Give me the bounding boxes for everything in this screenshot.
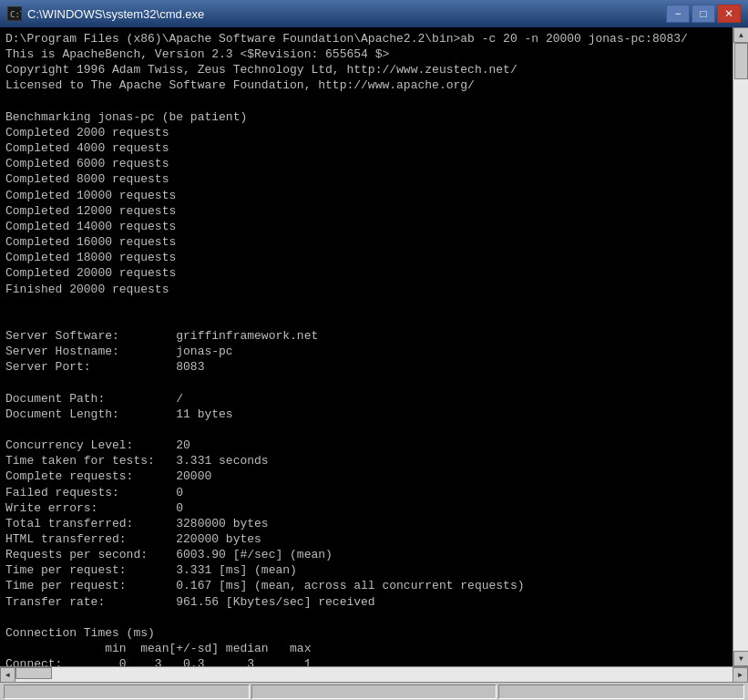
- vertical-scrollbar[interactable]: ▲ ▼: [733, 27, 748, 666]
- h-scroll-thumb[interactable]: [15, 667, 52, 679]
- cmd-icon: C:\: [7, 6, 22, 21]
- status-bar: [0, 682, 748, 700]
- main-area: D:\Program Files (x86)\Apache Software F…: [0, 27, 748, 666]
- scroll-thumb[interactable]: [734, 43, 748, 79]
- minimize-button[interactable]: −: [666, 5, 690, 23]
- status-bar-inner: [4, 685, 744, 699]
- status-segment-1: [4, 685, 250, 699]
- bottom-area: ◄ ►: [0, 666, 748, 700]
- maximize-button[interactable]: □: [692, 5, 715, 23]
- scroll-up-button[interactable]: ▲: [733, 27, 748, 43]
- scroll-down-button[interactable]: ▼: [733, 651, 748, 666]
- scroll-left-button[interactable]: ◄: [0, 667, 15, 683]
- title-bar-left: C:\ C:\WINDOWS\system32\cmd.exe: [7, 6, 204, 21]
- svg-text:C:\: C:\: [10, 10, 21, 19]
- h-scroll-track[interactable]: [15, 667, 733, 682]
- status-segment-3: [498, 685, 744, 699]
- terminal-output[interactable]: D:\Program Files (x86)\Apache Software F…: [0, 27, 733, 666]
- title-bar: C:\ C:\WINDOWS\system32\cmd.exe − □ ✕: [0, 0, 748, 27]
- scroll-right-button[interactable]: ►: [733, 667, 748, 683]
- status-segment-2: [251, 685, 497, 699]
- horizontal-scrollbar[interactable]: ◄ ►: [0, 666, 748, 682]
- title-buttons: − □ ✕: [666, 5, 741, 23]
- close-button[interactable]: ✕: [717, 5, 741, 23]
- cmd-window: C:\ C:\WINDOWS\system32\cmd.exe − □ ✕ D:…: [0, 0, 748, 700]
- window-title: C:\WINDOWS\system32\cmd.exe: [27, 7, 204, 21]
- scroll-track[interactable]: [733, 43, 748, 651]
